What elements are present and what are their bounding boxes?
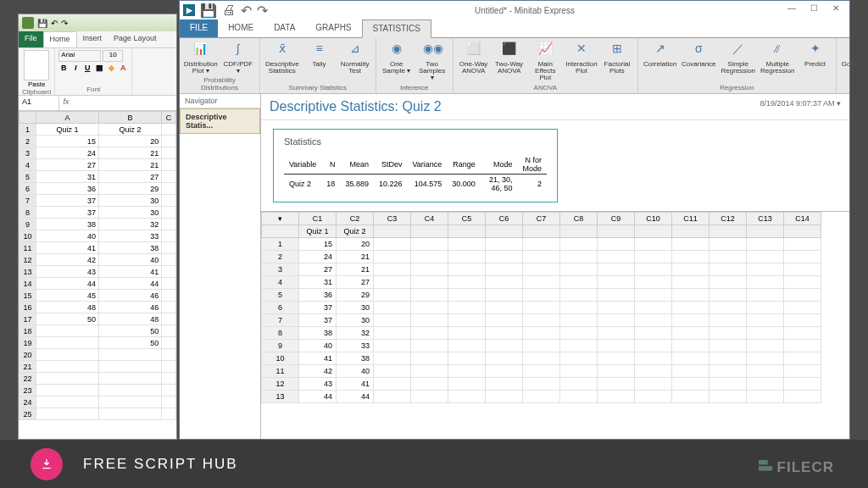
cell[interactable] — [36, 408, 99, 420]
cell[interactable] — [374, 352, 411, 365]
cell[interactable] — [560, 263, 598, 276]
cell[interactable] — [672, 314, 709, 327]
cell[interactable] — [709, 263, 747, 276]
cell[interactable] — [486, 327, 523, 340]
cell[interactable] — [747, 302, 784, 314]
cell[interactable] — [672, 289, 709, 302]
cell[interactable] — [162, 124, 176, 136]
cell[interactable]: 50 — [36, 313, 99, 325]
row-header[interactable]: 9 — [262, 340, 299, 352]
cell[interactable] — [747, 327, 784, 340]
data-col-header[interactable]: C10 — [635, 213, 672, 225]
cell[interactable] — [784, 276, 821, 289]
cell[interactable] — [448, 263, 486, 276]
ribbon-button[interactable]: ⬛Two-WayANOVA — [494, 42, 525, 75]
row-header[interactable]: 2 — [262, 251, 299, 263]
cell[interactable] — [598, 238, 635, 251]
cell[interactable] — [486, 263, 523, 276]
cell[interactable] — [523, 314, 560, 327]
cell[interactable] — [411, 302, 448, 314]
cell[interactable] — [560, 327, 598, 340]
cell[interactable] — [448, 352, 486, 365]
cell[interactable]: 21 — [337, 251, 374, 263]
tab-statistics[interactable]: STATISTICS — [362, 19, 431, 38]
cell[interactable] — [560, 238, 598, 251]
cell[interactable] — [448, 302, 486, 314]
cell[interactable] — [36, 373, 99, 385]
cell[interactable] — [635, 340, 672, 352]
cell[interactable] — [486, 340, 523, 352]
cell[interactable] — [598, 391, 635, 403]
ribbon-button[interactable]: ◉◉TwoSamples ▾ — [417, 42, 448, 81]
cell[interactable] — [560, 340, 598, 352]
row-header[interactable]: 21 — [19, 361, 36, 373]
cell[interactable] — [598, 378, 635, 391]
cell[interactable]: 46 — [99, 302, 162, 313]
data-var-name[interactable] — [672, 225, 709, 238]
cell[interactable] — [374, 276, 411, 289]
ribbon-button[interactable]: ⫽MultipleRegression — [760, 42, 794, 75]
row-header[interactable]: 1 — [262, 238, 299, 251]
cell[interactable] — [162, 278, 176, 290]
cell[interactable]: 30 — [99, 207, 162, 219]
cell[interactable] — [162, 219, 176, 230]
cell[interactable]: 21 — [99, 159, 162, 171]
tab-home[interactable]: HOME — [218, 19, 264, 37]
row-header[interactable]: 16 — [19, 302, 36, 313]
cell[interactable] — [162, 337, 176, 349]
cell[interactable] — [560, 302, 598, 314]
cell[interactable]: 31 — [36, 171, 99, 183]
cell[interactable] — [598, 327, 635, 340]
cell[interactable] — [374, 327, 411, 340]
cell[interactable] — [784, 378, 821, 391]
cell[interactable] — [523, 263, 560, 276]
cell[interactable] — [598, 314, 635, 327]
cell[interactable] — [709, 378, 747, 391]
cell[interactable] — [448, 276, 486, 289]
cell[interactable]: 33 — [337, 340, 374, 352]
ribbon-button[interactable]: ∫CDF/PDF ▾ — [222, 42, 254, 75]
cell[interactable] — [784, 365, 821, 378]
cell[interactable] — [162, 254, 176, 266]
cell[interactable] — [747, 352, 784, 365]
data-var-name[interactable] — [784, 225, 821, 238]
cell[interactable] — [411, 365, 448, 378]
cell[interactable] — [486, 314, 523, 327]
data-var-name[interactable] — [560, 225, 598, 238]
ribbon-button[interactable]: σCovariance — [682, 42, 715, 68]
row-header[interactable]: 8 — [19, 207, 36, 219]
cell[interactable]: 37 — [36, 207, 99, 219]
cell[interactable] — [635, 263, 672, 276]
cell[interactable] — [486, 352, 523, 365]
cell[interactable] — [784, 352, 821, 365]
ribbon-button[interactable]: x̄DescriptiveStatistics — [265, 42, 299, 75]
tab-data[interactable]: DATA — [264, 19, 305, 37]
cell[interactable] — [635, 391, 672, 403]
font-size-select[interactable]: 10 — [103, 50, 123, 62]
cell[interactable]: 37 — [299, 314, 337, 327]
cell[interactable] — [374, 378, 411, 391]
cell[interactable] — [162, 147, 176, 159]
cell[interactable]: 30 — [337, 314, 374, 327]
cell[interactable] — [36, 396, 99, 408]
row-header[interactable]: 5 — [262, 289, 299, 302]
cell[interactable] — [560, 391, 598, 403]
cell[interactable] — [411, 352, 448, 365]
cell[interactable] — [560, 289, 598, 302]
cell[interactable]: 48 — [99, 313, 162, 325]
cell[interactable] — [162, 183, 176, 195]
row-header[interactable]: 11 — [262, 365, 299, 378]
cell[interactable] — [486, 391, 523, 403]
row-header[interactable]: 8 — [262, 327, 299, 340]
cell[interactable] — [635, 365, 672, 378]
cell[interactable]: 41 — [337, 378, 374, 391]
cell[interactable] — [784, 391, 821, 403]
cell[interactable] — [411, 327, 448, 340]
cell[interactable] — [635, 289, 672, 302]
cell[interactable] — [560, 276, 598, 289]
cell[interactable] — [635, 327, 672, 340]
cell[interactable] — [162, 361, 176, 373]
cell[interactable] — [784, 302, 821, 314]
cell[interactable] — [672, 263, 709, 276]
cell[interactable]: 48 — [36, 302, 99, 313]
